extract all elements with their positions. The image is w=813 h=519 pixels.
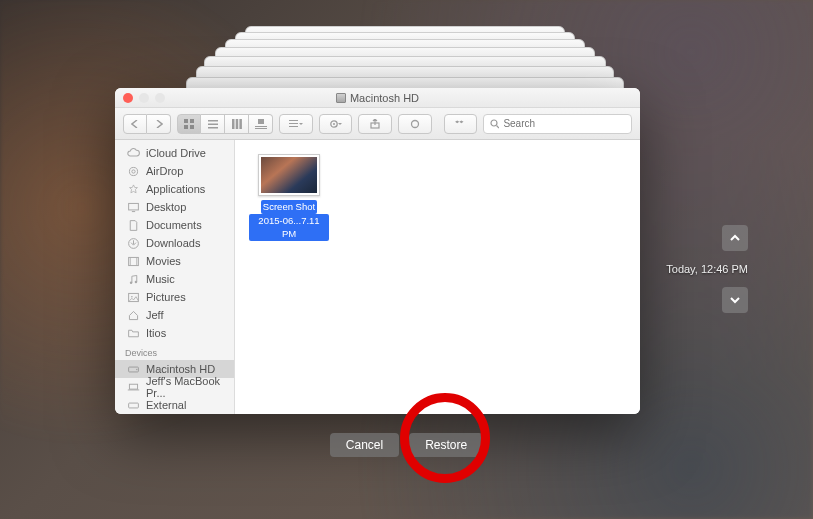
time-machine-window-stack	[190, 26, 620, 86]
folder-icon	[127, 327, 140, 340]
sidebar-item-music[interactable]: Music	[115, 270, 234, 288]
sidebar: iCloud DriveAirDropApplicationsDesktopDo…	[115, 140, 235, 414]
svg-point-20	[491, 120, 497, 126]
sidebar-item-jeff[interactable]: Jeff	[115, 306, 234, 324]
applications-icon	[127, 183, 140, 196]
svg-rect-9	[239, 119, 242, 129]
sidebar-item-desktop[interactable]: Desktop	[115, 198, 234, 216]
desktop-icon	[127, 201, 140, 214]
svg-point-30	[130, 281, 132, 283]
svg-rect-1	[190, 119, 194, 123]
share-button[interactable]	[358, 114, 392, 134]
sidebar-item-jeff-s-macbook-pr-[interactable]: Jeff's MacBook Pr...	[115, 378, 234, 396]
sidebar-item-label: iCloud Drive	[146, 147, 206, 159]
file-item[interactable]: Screen Shot 2015-06...7.11 PM	[249, 154, 329, 241]
hd-icon	[336, 93, 346, 103]
sidebar-item-label: Music	[146, 273, 175, 285]
sidebar-item-airdrop[interactable]: AirDrop	[115, 162, 234, 180]
sidebar-item-label: Desktop	[146, 201, 186, 213]
sidebar-item-label: Movies	[146, 255, 181, 267]
nav-buttons	[123, 114, 171, 134]
action-menu[interactable]	[319, 114, 353, 134]
documents-icon	[127, 219, 140, 232]
tags-button[interactable]	[398, 114, 432, 134]
svg-line-21	[497, 125, 500, 128]
svg-rect-15	[289, 126, 298, 127]
window-title-text: Macintosh HD	[350, 92, 419, 104]
arrange-menu[interactable]	[279, 114, 313, 134]
movies-icon	[127, 255, 140, 268]
timeline-down-button[interactable]	[722, 287, 748, 313]
dropbox-menu[interactable]	[444, 114, 478, 134]
sidebar-item-label: Jeff	[146, 309, 164, 321]
home-icon	[127, 309, 140, 322]
svg-point-22	[129, 167, 137, 175]
sidebar-item-downloads[interactable]: Downloads	[115, 234, 234, 252]
window-controls	[123, 93, 165, 103]
svg-point-33	[131, 295, 133, 297]
airdrop-icon	[127, 165, 140, 178]
svg-point-31	[135, 280, 137, 282]
sidebar-item-applications[interactable]: Applications	[115, 180, 234, 198]
svg-rect-5	[208, 123, 218, 125]
svg-rect-4	[208, 120, 218, 122]
coverflow-view-button[interactable]	[249, 114, 273, 134]
hd-icon	[127, 363, 140, 376]
svg-point-23	[132, 169, 135, 172]
column-view-button[interactable]	[225, 114, 249, 134]
svg-rect-0	[184, 119, 188, 123]
downloads-icon	[127, 237, 140, 250]
svg-rect-12	[255, 128, 267, 129]
svg-rect-11	[255, 126, 267, 127]
svg-rect-7	[232, 119, 235, 129]
cancel-button[interactable]: Cancel	[330, 433, 399, 457]
music-icon	[127, 273, 140, 286]
sidebar-item-itios[interactable]: Itios	[115, 324, 234, 342]
svg-rect-38	[129, 403, 139, 408]
svg-rect-2	[184, 125, 188, 129]
sidebar-item-documents[interactable]: Documents	[115, 216, 234, 234]
content-area[interactable]: Screen Shot 2015-06...7.11 PM	[235, 140, 640, 414]
timeline-label: Today, 12:46 PM	[666, 259, 748, 279]
svg-point-19	[411, 120, 418, 127]
finder-window: Macintosh HD iCloud DriveAirDropApplicat…	[115, 88, 640, 414]
back-button[interactable]	[123, 114, 147, 134]
icon-view-button[interactable]	[177, 114, 201, 134]
file-name-line2: 2015-06...7.11 PM	[249, 214, 329, 241]
svg-rect-13	[289, 120, 298, 121]
cloud-icon	[127, 147, 140, 160]
sidebar-item-movies[interactable]: Movies	[115, 252, 234, 270]
file-thumbnail	[258, 154, 320, 196]
sidebar-item-label: Itios	[146, 327, 166, 339]
zoom-icon	[155, 93, 165, 103]
view-switcher	[177, 114, 273, 134]
titlebar[interactable]: Macintosh HD	[115, 88, 640, 108]
svg-rect-10	[258, 119, 264, 124]
svg-point-17	[333, 123, 335, 125]
timeline-up-button[interactable]	[722, 225, 748, 251]
search-field[interactable]	[483, 114, 632, 134]
file-name-line1: Screen Shot	[261, 200, 317, 214]
sidebar-item-label: Jeff's MacBook Pr...	[146, 375, 226, 399]
sidebar-item-label: Macintosh HD	[146, 363, 215, 375]
forward-button[interactable]	[147, 114, 171, 134]
search-input[interactable]	[503, 118, 625, 129]
sidebar-item-icloud-drive[interactable]: iCloud Drive	[115, 144, 234, 162]
restore-button[interactable]: Restore	[409, 433, 483, 457]
laptop-icon	[127, 381, 140, 394]
sidebar-item-label: Applications	[146, 183, 205, 195]
svg-rect-3	[190, 125, 194, 129]
toolbar	[115, 108, 640, 140]
pictures-icon	[127, 291, 140, 304]
svg-rect-36	[129, 384, 137, 389]
svg-point-35	[136, 368, 137, 369]
list-view-button[interactable]	[201, 114, 225, 134]
window-title: Macintosh HD	[115, 92, 640, 104]
sidebar-item-label: AirDrop	[146, 165, 183, 177]
svg-rect-14	[289, 123, 298, 124]
close-icon[interactable]	[123, 93, 133, 103]
svg-rect-6	[208, 127, 218, 129]
sidebar-item-label: Downloads	[146, 237, 200, 249]
disk-icon	[127, 399, 140, 412]
sidebar-item-pictures[interactable]: Pictures	[115, 288, 234, 306]
